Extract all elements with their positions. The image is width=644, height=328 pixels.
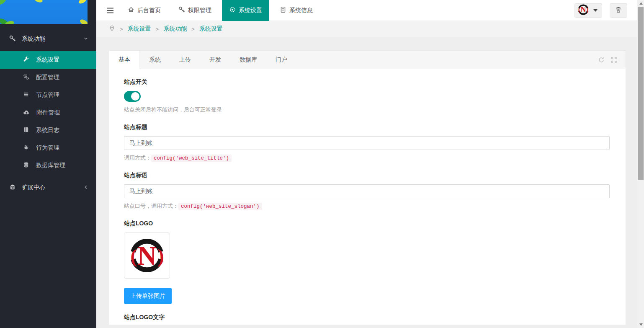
nav-tab-system-settings[interactable]: 系统设置: [222, 0, 269, 21]
scrollbar-thumb[interactable]: [638, 7, 644, 180]
field-site-logo: 站点LOGO ( ) N 上传单张图片: [124, 220, 609, 304]
pin-icon: [109, 25, 115, 33]
tab-label: 门户: [276, 56, 287, 64]
sidebar-group-system[interactable]: 系统功能: [0, 30, 96, 48]
breadcrumb-link-1[interactable]: 系统设置: [128, 25, 151, 33]
tab-develop[interactable]: 开发: [200, 51, 230, 69]
cloud-upload-icon: [23, 109, 30, 117]
tab-portal[interactable]: 门户: [266, 51, 296, 69]
cogs-icon: [23, 74, 29, 81]
field-label: 站点标语: [124, 172, 609, 179]
sidebar: 系统功能 系统设置 配置管理 节点管理: [0, 0, 96, 328]
leaves-banner-graphic: [0, 0, 88, 24]
sidebar-item-label: 节点管理: [36, 91, 59, 99]
hamburger-icon[interactable]: [103, 0, 117, 21]
nav-tab-permissions[interactable]: 权限管理: [171, 0, 219, 21]
help-text: 站点口号，调用方式：: [124, 203, 178, 209]
field-site-logo-text: 站点LOGO文字 ( ) N 欧星论坛: [124, 314, 609, 325]
tab-system[interactable]: 系统: [140, 51, 170, 69]
help-text: 调用方式：: [124, 155, 151, 161]
sidebar-item-database[interactable]: 数据库管理: [0, 157, 96, 174]
key-icon: [178, 6, 185, 14]
field-site-title: 站点标题 调用方式：config('web_site_title'): [124, 124, 609, 162]
nav-tab-label: 权限管理: [188, 7, 211, 14]
breadcrumb: > 系统设置 > 系统功能 > 系统设置: [96, 21, 644, 37]
settings-card: 基本 系统 上传 开发 数据库 门户: [109, 50, 626, 325]
breadcrumb-separator: >: [191, 26, 195, 32]
breadcrumb-link-2[interactable]: 系统功能: [163, 25, 187, 33]
file-icon: [280, 6, 286, 14]
cube-icon: [9, 184, 16, 192]
chevron-down-icon: [83, 36, 89, 43]
site-logo-preview[interactable]: ( ) N: [124, 232, 170, 279]
bug-icon: [23, 144, 29, 152]
svg-text:N: N: [137, 241, 157, 271]
key-icon: [9, 35, 16, 43]
field-label: 站点标题: [124, 124, 609, 131]
nav-tab-label: 后台首页: [137, 7, 161, 14]
breadcrumb-separator: >: [156, 26, 159, 32]
field-site-switch: 站点开关 站点关闭后将不能访问，后台可正常登录: [124, 78, 609, 114]
field-help: 调用方式：config('web_site_title'): [124, 154, 609, 162]
sidebar-item-label: 数据库管理: [36, 162, 65, 169]
sidebar-group-extend[interactable]: 扩展中心: [0, 178, 96, 197]
tab-upload[interactable]: 上传: [170, 51, 200, 69]
sidebar-item-nodes[interactable]: 节点管理: [0, 86, 96, 104]
scroll-down-arrow[interactable]: [637, 321, 644, 328]
sidebar-item-system-logs[interactable]: 系统日志: [0, 121, 96, 139]
sidebar-item-behavior[interactable]: 行为管理: [0, 139, 96, 157]
sidebar-item-label: 配置管理: [36, 74, 59, 81]
user-menu-button[interactable]: ( ) N: [574, 3, 602, 18]
home-icon: [128, 6, 134, 14]
top-navbar: 后台首页 权限管理 系统设置 系统信息: [96, 0, 644, 21]
sidebar-item-label: 附件管理: [36, 109, 60, 116]
book-icon: [23, 127, 29, 134]
refresh-icon[interactable]: [598, 57, 605, 63]
nav-tab-home[interactable]: 后台首页: [121, 0, 168, 21]
database-icon: [23, 162, 29, 169]
field-label: 站点LOGO: [124, 220, 609, 227]
caret-down-icon: [593, 9, 598, 12]
tab-basic[interactable]: 基本: [109, 51, 140, 69]
sidebar-group-label: 扩展中心: [22, 184, 83, 191]
field-site-slogan: 站点标语 站点口号，调用方式：config('web_site_slogan'): [124, 172, 609, 210]
tab-database[interactable]: 数据库: [230, 51, 266, 69]
scroll-up-arrow[interactable]: [637, 0, 644, 7]
card-tools: [598, 51, 617, 69]
field-label: 站点LOGO文字: [124, 314, 609, 321]
help-code: config('web_site_slogan'): [178, 203, 262, 210]
field-help: 站点口号，调用方式：config('web_site_slogan'): [124, 202, 609, 210]
sidebar-item-config[interactable]: 配置管理: [0, 69, 96, 86]
tab-label: 基本: [118, 56, 130, 64]
site-title-input[interactable]: [124, 136, 610, 150]
clear-cache-button[interactable]: [610, 3, 627, 18]
breadcrumb-link-3[interactable]: 系统设置: [199, 25, 223, 33]
gear-icon: [229, 6, 236, 14]
sidebar-item-system-settings[interactable]: 系统设置: [0, 51, 96, 69]
trash-icon: [615, 6, 622, 14]
nav-tab-label: 系统设置: [239, 7, 262, 14]
sidebar-item-attachments[interactable]: 附件管理: [0, 104, 96, 121]
svg-text:): ): [157, 245, 164, 267]
sidebar-banner-image: [0, 0, 88, 24]
site-switch-toggle[interactable]: [124, 91, 141, 102]
tab-label: 上传: [179, 56, 191, 64]
nav-tab-system-info[interactable]: 系统信息: [273, 0, 320, 21]
main-area: 后台首页 权限管理 系统设置 系统信息: [96, 0, 644, 328]
topbar-right: ( ) N: [574, 3, 644, 18]
vertical-scrollbar[interactable]: [637, 0, 644, 328]
sidebar-item-label: 行为管理: [36, 144, 59, 152]
svg-text:): ): [587, 7, 589, 13]
sidebar-group-label: 系统功能: [22, 35, 83, 43]
upload-single-image-button[interactable]: 上传单张图片: [124, 288, 172, 304]
settings-tabs: 基本 系统 上传 开发 数据库 门户: [109, 51, 626, 69]
svg-text:(: (: [130, 245, 137, 267]
expand-icon[interactable]: [611, 57, 617, 63]
sidebar-item-label: 系统日志: [36, 127, 59, 134]
tab-label: 数据库: [240, 56, 257, 64]
site-slogan-input[interactable]: [124, 184, 610, 198]
field-label: 站点开关: [124, 78, 609, 86]
svg-text:N: N: [580, 5, 586, 14]
admin-app: 系统功能 系统设置 配置管理 节点管理: [0, 0, 644, 328]
chevron-left-icon: [83, 184, 89, 191]
